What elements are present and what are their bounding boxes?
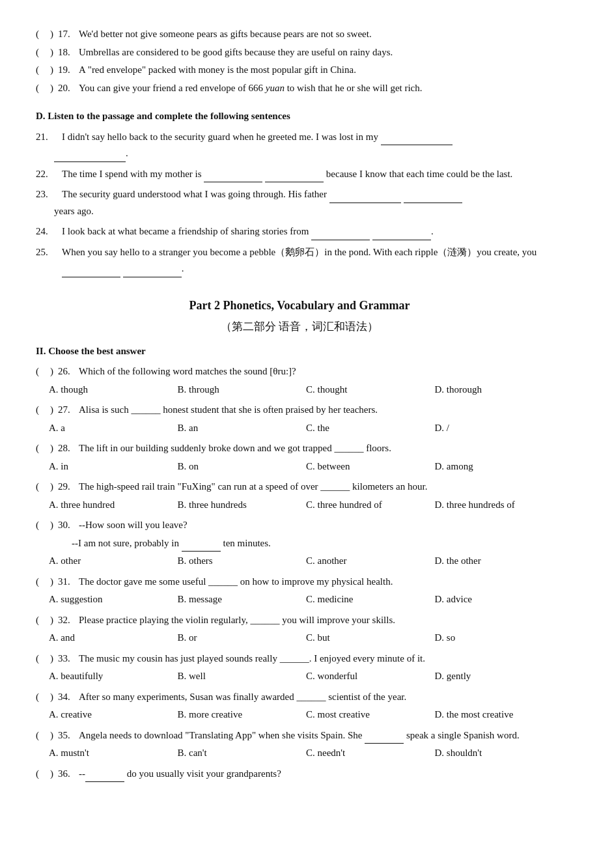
q-text: A "red envelope" packed with money is th… xyxy=(79,62,563,79)
opt-28b: B. on xyxy=(178,458,307,475)
opt-33c: C. wonderful xyxy=(306,668,435,685)
opt-31a: A. suggestion xyxy=(49,591,178,608)
paren-open: ( xyxy=(36,62,48,79)
blank-22a[interactable] xyxy=(204,172,262,182)
opt-34d: D. the most creative xyxy=(435,707,564,723)
q36-line: ( ) 36. -- do you usually visit your gra… xyxy=(36,766,563,783)
opt-27c: C. the xyxy=(306,420,435,437)
q32-text: Please practice playing the violin regul… xyxy=(79,612,563,629)
blank-23a[interactable] xyxy=(329,193,401,203)
blank-25a[interactable] xyxy=(62,267,120,277)
q24-num: 24. xyxy=(36,223,59,240)
blank-24a[interactable] xyxy=(311,230,370,240)
question-19: ( ) 19. A "red envelope" packed with mon… xyxy=(36,62,563,79)
q22-line: 22. The time I spend with my mother is b… xyxy=(36,166,563,183)
q25-text: When you say hello to a stranger you bec… xyxy=(62,244,563,277)
blank-23b[interactable] xyxy=(404,193,462,203)
paren-open: ( xyxy=(36,44,48,61)
q-num: 19. xyxy=(58,62,76,79)
q26-options: A. though B. through C. thought D. thoro… xyxy=(49,382,563,399)
paren-close: ) xyxy=(50,80,55,97)
blank-21a[interactable] xyxy=(381,135,453,145)
q31-num: 31. xyxy=(58,574,76,591)
opt-33b: B. well xyxy=(178,668,307,685)
opt-30d: D. the other xyxy=(435,553,564,570)
opt-27d: D. / xyxy=(435,420,564,437)
q31-line: ( ) 31. The doctor gave me some useful _… xyxy=(36,574,563,591)
q23-line: 23. The security guard understood what I… xyxy=(36,186,563,203)
q32-options: A. and B. or C. but D. so xyxy=(49,630,563,647)
q21-line: 21. I didn't say hello back to the secur… xyxy=(36,129,563,146)
paren-close: ) xyxy=(50,402,55,419)
question-24: 24. I look back at what became a friends… xyxy=(36,223,563,240)
opt-34c: C. most creative xyxy=(306,707,435,723)
q26-line: ( ) 26. Which of the following word matc… xyxy=(36,363,563,380)
paren-close: ) xyxy=(50,766,55,783)
question-27: ( ) 27. Alisa is such ______ honest stud… xyxy=(36,402,563,436)
opt-34a: A. creative xyxy=(49,707,178,723)
paren-close: ) xyxy=(50,574,55,591)
question-36: ( ) 36. -- do you usually visit your gra… xyxy=(36,766,563,783)
q35-line: ( ) 35. Angela needs to download "Transl… xyxy=(36,727,563,744)
blank-21b[interactable] xyxy=(54,152,126,162)
question-31: ( ) 31. The doctor gave me some useful _… xyxy=(36,574,563,608)
question-34: ( ) 34. After so many experiments, Susan… xyxy=(36,689,563,723)
q24-text: I look back at what became a friendship … xyxy=(62,223,434,240)
opt-31b: B. message xyxy=(178,591,307,608)
q28-options: A. in B. on C. between D. among xyxy=(49,458,563,475)
opt-27a: A. a xyxy=(49,420,178,437)
opt-26b: B. through xyxy=(178,382,307,399)
q-text: You can give your friend a red envelope … xyxy=(79,80,563,97)
blank-35[interactable] xyxy=(365,733,404,744)
paren-open: ( xyxy=(36,651,48,667)
question-21: 21. I didn't say hello back to the secur… xyxy=(36,129,563,162)
q23-num: 23. xyxy=(36,186,59,203)
blank-22b[interactable] xyxy=(265,172,324,182)
q34-num: 34. xyxy=(58,689,76,706)
q-num: 18. xyxy=(58,44,76,61)
paren-open: ( xyxy=(36,402,48,419)
paren-close: ) xyxy=(50,517,55,534)
question-30: ( ) 30. --How soon will you leave? --I a… xyxy=(36,517,563,570)
opt-35a: A. mustn't xyxy=(49,745,178,762)
opt-31c: C. medicine xyxy=(306,591,435,608)
q30-line2: --I am not sure, probably in ten minutes… xyxy=(72,535,563,552)
opt-32d: D. so xyxy=(435,630,564,647)
blank-25b[interactable] xyxy=(123,267,182,277)
opt-32b: B. or xyxy=(178,630,307,647)
q31-options: A. suggestion B. message C. medicine D. … xyxy=(49,591,563,608)
paren-close: ) xyxy=(50,44,55,61)
q27-line: ( ) 27. Alisa is such ______ honest stud… xyxy=(36,402,563,419)
question-35: ( ) 35. Angela needs to download "Transl… xyxy=(36,727,563,762)
q-text: We'd better not give someone pears as gi… xyxy=(79,26,563,43)
paren-open: ( xyxy=(36,80,48,97)
blank-30[interactable] xyxy=(182,541,221,552)
q30-text: --How soon will you leave? xyxy=(79,517,563,534)
paren-close: ) xyxy=(50,26,55,43)
q31-text: The doctor gave me some useful ______ on… xyxy=(79,574,563,591)
opt-29a: A. three hundred xyxy=(49,497,178,514)
q21-text: I didn't say hello back to the security … xyxy=(62,129,453,146)
blank-24b[interactable] xyxy=(372,230,431,240)
paren-close: ) xyxy=(50,651,55,667)
paren-open: ( xyxy=(36,26,48,43)
section-ii-header: II. Choose the best answer xyxy=(36,343,563,360)
q32-line: ( ) 32. Please practice playing the viol… xyxy=(36,612,563,629)
paren-open: ( xyxy=(36,440,48,457)
paren-open: ( xyxy=(36,574,48,591)
blank-36[interactable] xyxy=(85,772,124,782)
q28-num: 28. xyxy=(58,440,76,457)
paren-close: ) xyxy=(50,479,55,496)
opt-28c: C. between xyxy=(306,458,435,475)
question-28: ( ) 28. The lift in our building suddenl… xyxy=(36,440,563,475)
opt-30a: A. other xyxy=(49,553,178,570)
question-18: ( ) 18. Umbrellas are considered to be g… xyxy=(36,44,563,61)
q35-text: Angela needs to download "Translating Ap… xyxy=(79,727,563,744)
opt-29b: B. three hundreds xyxy=(178,497,307,514)
q34-options: A. creative B. more creative C. most cre… xyxy=(49,707,563,723)
q33-options: A. beautifully B. well C. wonderful D. g… xyxy=(49,668,563,685)
q27-text: Alisa is such ______ honest student that… xyxy=(79,402,563,419)
q23-text: The security guard understood what I was… xyxy=(62,186,462,203)
paren-open: ( xyxy=(36,363,48,380)
q27-options: A. a B. an C. the D. / xyxy=(49,420,563,437)
